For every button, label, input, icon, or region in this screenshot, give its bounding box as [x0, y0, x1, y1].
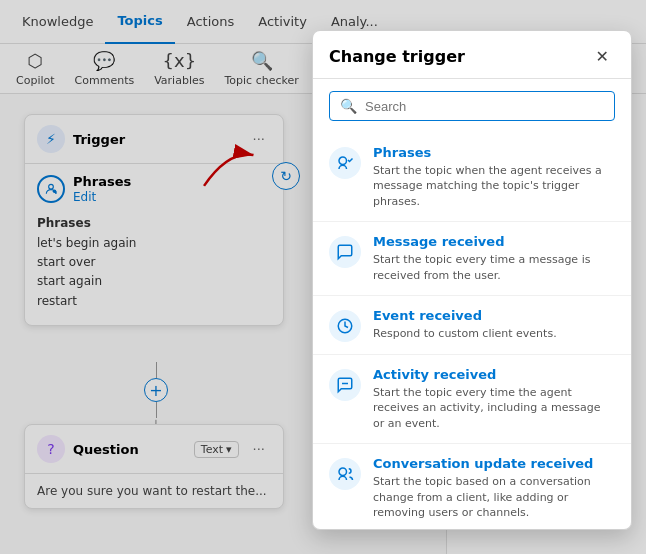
trigger-option-message[interactable]: Message received Start the topic every t…: [313, 222, 631, 296]
message-option-text: Message received Start the topic every t…: [373, 234, 615, 283]
message-option-icon: [329, 236, 361, 268]
event-option-icon: [329, 310, 361, 342]
activity-option-text: Activity received Start the topic every …: [373, 367, 615, 431]
phrases-option-icon: [329, 147, 361, 179]
modal-close-button[interactable]: ✕: [590, 45, 615, 68]
activity-option-icon: [329, 369, 361, 401]
event-option-desc: Respond to custom client events.: [373, 326, 557, 341]
search-icon: 🔍: [340, 98, 357, 114]
conversation-option-text: Conversation update received Start the t…: [373, 456, 615, 520]
phrases-option-desc: Start the topic when the agent receives …: [373, 163, 615, 209]
search-input[interactable]: [365, 99, 604, 114]
svg-point-4: [339, 157, 347, 165]
conversation-option-desc: Start the topic based on a conversation …: [373, 474, 615, 520]
trigger-option-phrases[interactable]: Phrases Start the topic when the agent r…: [313, 133, 631, 222]
conversation-option-label: Conversation update received: [373, 456, 615, 471]
trigger-option-conversation[interactable]: Conversation update received Start the t…: [313, 444, 631, 530]
message-option-desc: Start the topic every time a message is …: [373, 252, 615, 283]
message-option-label: Message received: [373, 234, 615, 249]
app-container: Knowledge Topics Actions Activity Analy.…: [0, 0, 646, 554]
activity-option-desc: Start the topic every time the agent rec…: [373, 385, 615, 431]
modal-header: Change trigger ✕: [313, 31, 631, 79]
event-option-label: Event received: [373, 308, 557, 323]
event-option-text: Event received Respond to custom client …: [373, 308, 557, 341]
svg-point-7: [339, 468, 347, 476]
modal-title: Change trigger: [329, 47, 465, 66]
search-box[interactable]: 🔍: [329, 91, 615, 121]
change-trigger-modal: Change trigger ✕ 🔍 Phrases Start the top…: [312, 30, 632, 530]
phrases-option-text: Phrases Start the topic when the agent r…: [373, 145, 615, 209]
phrases-option-label: Phrases: [373, 145, 615, 160]
activity-option-label: Activity received: [373, 367, 615, 382]
trigger-option-activity[interactable]: Activity received Start the topic every …: [313, 355, 631, 444]
conversation-option-icon: [329, 458, 361, 490]
trigger-option-event[interactable]: Event received Respond to custom client …: [313, 296, 631, 355]
